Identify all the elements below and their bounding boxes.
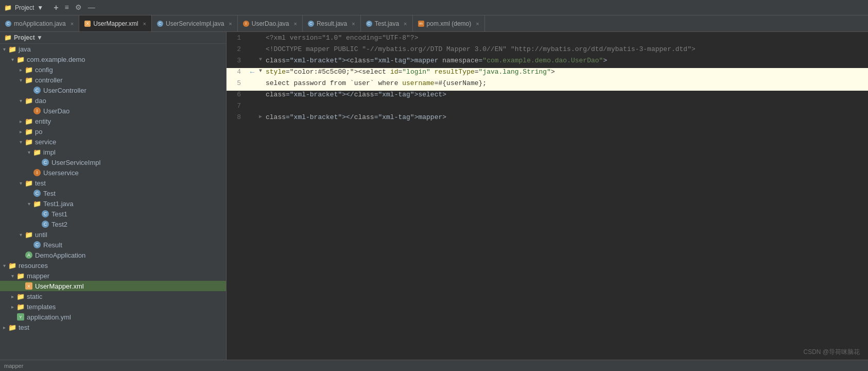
tree-item-java[interactable]: ▾📁java bbox=[0, 44, 226, 54]
tree-item-resources[interactable]: ▾📁resources bbox=[0, 260, 226, 271]
tab-result[interactable]: CResult.java× bbox=[303, 15, 361, 31]
tree-arrow: ▾ bbox=[8, 57, 16, 62]
tree-item-UserServiceImpl[interactable]: CUserServiceImpl bbox=[0, 157, 226, 167]
folder-icon: 📁 bbox=[16, 292, 25, 300]
tab-userServiceImpl[interactable]: CUserServiceImpl.java× bbox=[152, 15, 238, 31]
tree-item-test-folder[interactable]: ▾📁test bbox=[0, 178, 226, 188]
tab-label: pom.xml (demo) bbox=[427, 20, 472, 27]
class-icon: C bbox=[366, 21, 372, 27]
tree-item-UserMapperXml[interactable]: XUserMapper.xml bbox=[0, 281, 226, 291]
class-icon: C bbox=[5, 21, 11, 27]
status-bar: mapper bbox=[0, 360, 868, 371]
tree-arrow: ▾ bbox=[16, 180, 25, 186]
tree-item-test2[interactable]: ▸📁test bbox=[0, 322, 226, 332]
back-arrow-icon: ← bbox=[247, 68, 257, 76]
editor-area: 1<?xml version="1.0" encoding="UTF-8"?>2… bbox=[227, 32, 868, 360]
fold-icon[interactable]: ▼ bbox=[257, 57, 264, 62]
folder-icon: 📁 bbox=[25, 117, 33, 125]
tab-test[interactable]: CTest.java× bbox=[361, 15, 413, 31]
tree-node-label: static bbox=[27, 293, 42, 300]
tab-pom[interactable]: mpom.xml (demo)× bbox=[413, 15, 485, 31]
code-line-7: 7 bbox=[227, 102, 868, 113]
tree-node-label: Result bbox=[43, 241, 62, 249]
status-text: mapper bbox=[4, 363, 23, 369]
tree-item-comExampleDemo[interactable]: ▾📁com.example.demo bbox=[0, 54, 226, 64]
tree-node-label: UserController bbox=[43, 87, 86, 94]
maven-icon: m bbox=[418, 21, 424, 27]
tree-item-Userservice[interactable]: IUserservice bbox=[0, 167, 226, 178]
tree-item-config[interactable]: ▸📁config bbox=[0, 64, 226, 75]
class-icon: C bbox=[41, 158, 49, 166]
spring-icon: A bbox=[25, 251, 33, 259]
tree-item-Result[interactable]: CResult bbox=[0, 240, 226, 250]
tab-moApp[interactable]: CmoApplication.java× bbox=[0, 15, 79, 31]
tree-node-label: com.example.demo bbox=[27, 56, 85, 63]
line-code: select password from `user` where userna… bbox=[264, 79, 868, 87]
sidebar-header: 📁 Project ▼ bbox=[0, 32, 226, 44]
tree-item-po[interactable]: ▸📁po bbox=[0, 126, 226, 137]
dash-icon[interactable]: — bbox=[86, 2, 97, 13]
tree-item-entity[interactable]: ▸📁entity bbox=[0, 116, 226, 126]
tree-item-Test2[interactable]: CTest2 bbox=[0, 219, 226, 229]
class-icon: C bbox=[33, 241, 41, 249]
tree-node-label: java bbox=[19, 45, 31, 53]
line-number: 1 bbox=[227, 34, 247, 42]
fold-icon[interactable]: ▼ bbox=[257, 68, 264, 74]
tree-item-UserController[interactable]: CUserController bbox=[0, 85, 226, 95]
project-dropdown-icon[interactable]: ▼ bbox=[37, 4, 43, 11]
tree-item-Test1java[interactable]: ▾📁Test1.java bbox=[0, 198, 226, 209]
tree-arrow: ▾ bbox=[0, 263, 8, 268]
tree-item-UserDao[interactable]: IUserDao bbox=[0, 106, 226, 116]
tab-close-icon[interactable]: × bbox=[229, 21, 232, 27]
interface-icon: I bbox=[33, 168, 41, 177]
tree-item-DemoApplication[interactable]: ADemoApplication bbox=[0, 250, 226, 260]
tree-item-static[interactable]: ▸📁static bbox=[0, 291, 226, 301]
title-bar-icon: 📁 bbox=[4, 4, 12, 11]
line-code: <!DOCTYPE mapper PUBLIC "-//mybatis.org/… bbox=[264, 45, 868, 53]
list-icon[interactable]: ≡ bbox=[63, 2, 71, 13]
editor-content[interactable]: 1<?xml version="1.0" encoding="UTF-8"?>2… bbox=[227, 32, 868, 360]
tree-arrow: ▸ bbox=[16, 67, 25, 73]
folder-icon: 📁 bbox=[33, 148, 41, 156]
tab-close-icon[interactable]: × bbox=[476, 21, 479, 27]
tree-item-service[interactable]: ▾📁service bbox=[0, 137, 226, 147]
tree-item-until[interactable]: ▾📁until bbox=[0, 229, 226, 240]
line-code: <?xml version="1.0" encoding="UTF-8"?> bbox=[264, 34, 868, 42]
fold-icon[interactable]: ▶ bbox=[257, 113, 264, 120]
tab-close-icon[interactable]: × bbox=[143, 21, 146, 27]
tree-item-impl[interactable]: ▾📁impl bbox=[0, 147, 226, 157]
tree-item-Test[interactable]: CTest bbox=[0, 188, 226, 198]
tree-item-mapper[interactable]: ▾📁mapper bbox=[0, 271, 226, 281]
tree-node-label: UserServiceImpl bbox=[51, 159, 100, 166]
tree-node-label: config bbox=[35, 66, 53, 74]
tree-item-controller[interactable]: ▾📁controller bbox=[0, 75, 226, 85]
tree-node-label: test bbox=[35, 179, 46, 187]
tab-userDao[interactable]: IUserDao.java× bbox=[238, 15, 303, 31]
line-number: 3 bbox=[227, 57, 247, 64]
xml-file-icon: X bbox=[25, 282, 33, 290]
tree-node-label: mapper bbox=[27, 272, 49, 280]
tree-node-label: Userservice bbox=[43, 169, 79, 177]
tab-close-icon[interactable]: × bbox=[293, 21, 297, 27]
class-icon: C bbox=[41, 220, 49, 228]
tab-close-icon[interactable]: × bbox=[352, 21, 355, 27]
tree-item-dao[interactable]: ▾📁dao bbox=[0, 95, 226, 106]
tree-arrow: ▾ bbox=[16, 98, 25, 104]
tree-node-label: DemoApplication bbox=[35, 251, 85, 259]
line-code: class="xml-bracket"></class="xml-tag">ma… bbox=[264, 113, 868, 121]
tree-item-applicationYml[interactable]: Yapplication.yml bbox=[0, 312, 226, 322]
line-code: style="color:#5c5c00;"><select id="login… bbox=[264, 68, 868, 76]
tree-arrow: ▸ bbox=[0, 325, 8, 330]
tree-node-label: until bbox=[35, 231, 47, 239]
folder-icon: 📁 bbox=[8, 45, 16, 53]
class-icon: C bbox=[33, 86, 41, 94]
tab-close-icon[interactable]: × bbox=[404, 21, 407, 27]
tab-close-icon[interactable]: × bbox=[71, 21, 74, 27]
settings-icon[interactable]: ⚙ bbox=[73, 2, 84, 13]
tab-userMapper[interactable]: XUserMapper.xml× bbox=[79, 15, 152, 31]
tree-node-label: Test1.java bbox=[43, 200, 74, 208]
add-icon[interactable]: + bbox=[51, 2, 60, 13]
tree-item-templates[interactable]: ▸📁templates bbox=[0, 301, 226, 312]
folder-icon: 📁 bbox=[25, 65, 33, 74]
tree-item-Test1[interactable]: CTest1 bbox=[0, 209, 226, 219]
